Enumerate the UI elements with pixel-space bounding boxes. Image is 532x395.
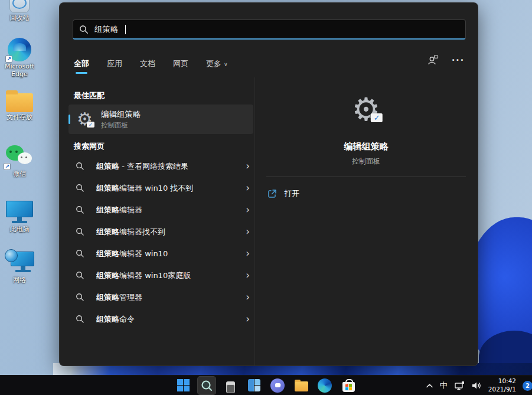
desktop-icon-this-pc[interactable]: 此电脑 — [1, 201, 38, 234]
search-icon — [76, 293, 84, 302]
search-flyout: 组策略 全部 应用 文档 网页 更多∨ ··· 最佳匹配 ⚙ ✓ 编辑组策略 — [59, 2, 478, 366]
widgets-icon — [248, 379, 260, 391]
search-filter-tabs: 全部 应用 文档 网页 更多∨ — [74, 56, 464, 71]
chevron-right-icon: › — [246, 227, 250, 237]
desktop-icon-folder[interactable]: 文件存放 — [1, 90, 38, 122]
clock[interactable]: 10:42 2021/9/1 — [488, 377, 516, 393]
start-button[interactable] — [174, 376, 192, 395]
search-icon — [76, 184, 84, 192]
desktop-icon-label: 文件存放 — [6, 114, 32, 122]
chevron-down-icon: ∨ — [224, 61, 228, 67]
open-button[interactable]: 打开 — [267, 188, 299, 199]
search-icon — [76, 227, 84, 236]
search-icon — [79, 25, 89, 34]
network-icon[interactable] — [454, 381, 465, 390]
clock-time: 10:42 — [488, 377, 516, 386]
taskbar: 中 10:42 2021/9/1 2 — [0, 375, 532, 395]
web-search-list: 组策略 - 查看网络搜索结果 › 组策略编辑器 win10 找不到 › 组策略编… — [68, 155, 253, 330]
best-match-header: 最佳匹配 — [74, 90, 105, 101]
chevron-right-icon: › — [246, 249, 250, 259]
store-bag-icon — [342, 382, 355, 392]
open-button-label: 打开 — [284, 188, 299, 199]
taskbar-search-button[interactable] — [197, 376, 216, 395]
search-icon — [200, 379, 213, 392]
preview-title: 编辑组策略 — [254, 141, 478, 152]
ime-indicator[interactable]: 中 — [440, 380, 448, 391]
notification-badge[interactable]: 2 — [523, 381, 532, 391]
search-input[interactable]: 组策略 — [73, 19, 466, 40]
monitor-icon — [6, 201, 33, 224]
web-search-item[interactable]: 组策略管理器 › — [68, 286, 253, 308]
check-badge-icon: ✓ — [87, 122, 94, 128]
account-feedback-icon[interactable] — [427, 55, 439, 66]
task-view-icon — [223, 378, 237, 393]
preview-pane: ⚙ ✓ 编辑组策略 控制面板 打开 — [254, 77, 478, 365]
chevron-right-icon: › — [246, 161, 250, 171]
web-search-item-label: 组策略编辑器 — [96, 205, 234, 216]
network-icon — [5, 249, 34, 275]
tab-documents[interactable]: 文档 — [140, 58, 155, 69]
check-badge-icon: ✓ — [371, 113, 383, 122]
shortcut-arrow-icon: ↗ — [4, 163, 11, 170]
chat-button[interactable] — [268, 376, 287, 395]
web-search-item[interactable]: 组策略编辑器 › — [68, 199, 253, 221]
task-view-button[interactable] — [221, 376, 240, 395]
web-search-item[interactable]: 组策略编辑器 win10 › — [68, 243, 253, 265]
edge-button[interactable] — [315, 376, 334, 395]
web-search-item[interactable]: 组策略 - 查看网络搜索结果 › — [68, 155, 253, 177]
wechat-icon: ↗ — [6, 145, 33, 169]
web-search-item-label: 组策略编辑器 win10 找不到 — [96, 183, 234, 194]
web-search-item[interactable]: 组策略编辑器 win10 找不到 › — [68, 177, 253, 199]
gear-icon: ⚙ ✓ — [77, 110, 93, 128]
clock-date: 2021/9/1 — [488, 386, 516, 394]
web-search-item-label: 组策略命令 — [96, 314, 234, 325]
store-button[interactable] — [339, 376, 358, 395]
windows-logo-icon — [177, 379, 190, 391]
volume-icon[interactable] — [471, 381, 482, 390]
folder-icon — [6, 93, 33, 112]
web-search-item-label: 组策略 - 查看网络搜索结果 — [96, 161, 234, 172]
hidden-icons-chevron[interactable] — [426, 383, 433, 389]
more-options-icon[interactable]: ··· — [452, 56, 465, 65]
web-search-header: 搜索网页 — [74, 141, 105, 152]
desktop-icon-wechat[interactable]: ↗ 微信 — [1, 145, 38, 178]
best-match-item[interactable]: ⚙ ✓ 编辑组策略 控制面板 — [68, 105, 253, 134]
chat-camera-icon — [270, 378, 285, 393]
web-search-item[interactable]: 组策略编辑器找不到 › — [68, 221, 253, 243]
web-search-item-label: 组策略编辑器 win10家庭版 — [96, 270, 234, 281]
tab-more[interactable]: 更多∨ — [206, 58, 228, 69]
search-query-text: 组策略 — [94, 24, 119, 35]
widgets-button[interactable] — [244, 376, 263, 395]
desktop-icon-label: Microsoft Edge — [1, 63, 38, 78]
preview-subtitle: 控制面板 — [254, 156, 478, 167]
globe-icon — [5, 249, 18, 262]
edge-icon: ↗ — [8, 38, 31, 61]
search-icon — [76, 205, 84, 214]
web-search-item[interactable]: 组策略命令 › — [68, 308, 253, 330]
tab-all[interactable]: 全部 — [74, 58, 89, 69]
chevron-right-icon: › — [246, 205, 250, 215]
tab-web[interactable]: 网页 — [173, 58, 188, 69]
recycle-bin-icon — [9, 0, 30, 13]
desktop-icon-label: 网络 — [13, 277, 26, 285]
text-caret — [125, 25, 126, 34]
chevron-right-icon: › — [246, 270, 250, 280]
web-search-item[interactable]: 组策略编辑器 win10家庭版 › — [68, 265, 253, 286]
web-search-item-label: 组策略管理器 — [96, 292, 234, 303]
desktop-icon-edge[interactable]: ↗ Microsoft Edge — [1, 38, 38, 78]
desktop: 回收站 ↗ Microsoft Edge 文件存放 ↗ 微信 此电脑 网络 — [0, 0, 532, 395]
desktop-icon-label: 此电脑 — [10, 226, 30, 234]
desktop-icon-recycle-bin[interactable]: 回收站 — [1, 0, 38, 22]
search-icon — [76, 315, 84, 324]
best-match-subtitle: 控制面板 — [101, 121, 141, 130]
system-tray: 中 10:42 2021/9/1 2 — [426, 376, 531, 395]
desktop-icon-label: 微信 — [13, 171, 26, 178]
file-explorer-button[interactable] — [292, 376, 311, 395]
shortcut-arrow-icon: ↗ — [5, 56, 12, 63]
chevron-right-icon: › — [246, 183, 250, 193]
preview-divider — [266, 177, 466, 177]
tab-apps[interactable]: 应用 — [107, 58, 122, 69]
open-external-icon — [267, 189, 277, 198]
folder-icon — [295, 381, 308, 391]
desktop-icon-network[interactable]: 网络 — [1, 249, 38, 285]
